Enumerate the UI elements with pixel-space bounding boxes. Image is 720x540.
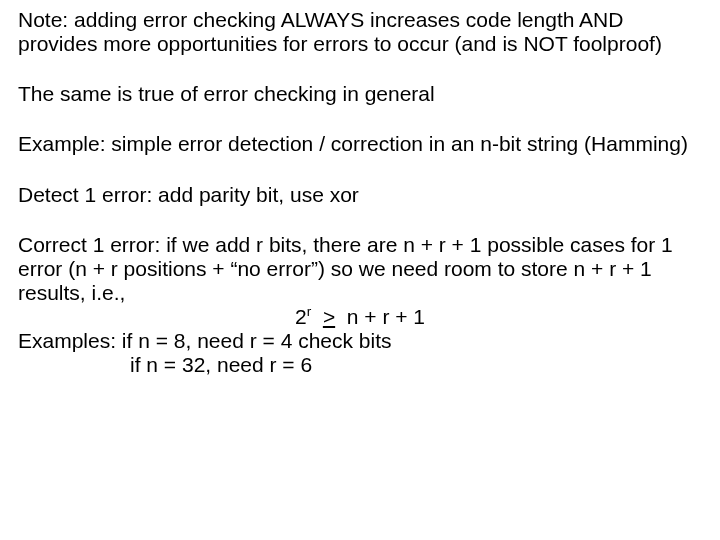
general-statement: The same is true of error checking in ge… (18, 82, 702, 106)
examples-n32: if n = 32, need r = 6 (18, 353, 702, 377)
correct-one-error: Correct 1 error: if we add r bits, there… (18, 233, 702, 305)
example-intro: Example: simple error detection / correc… (18, 132, 702, 156)
detect-one-error: Detect 1 error: add parity bit, use xor (18, 183, 702, 207)
formula-base: 2 (295, 305, 307, 328)
hamming-inequality: 2r > n + r + 1 (18, 305, 702, 329)
spacer (18, 207, 702, 233)
note-paragraph: Note: adding error checking ALWAYS incre… (18, 8, 702, 56)
spacer (18, 157, 702, 183)
spacer (18, 56, 702, 82)
spacer (18, 106, 702, 132)
slide: Note: adding error checking ALWAYS incre… (0, 0, 720, 540)
formula-gap (311, 305, 323, 328)
examples-n8: Examples: if n = 8, need r = 4 check bit… (18, 329, 702, 353)
formula-operator: > (323, 305, 335, 328)
formula-rhs: n + r + 1 (335, 305, 425, 328)
